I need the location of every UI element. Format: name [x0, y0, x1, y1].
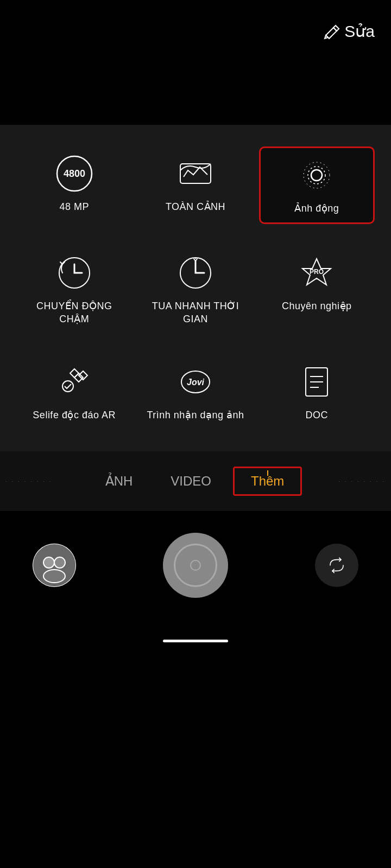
mode-ar-selfie[interactable]: Selife độc đáo AR [16, 355, 132, 429]
pro-icon: PRO [297, 253, 336, 292]
mode-label-ar-selfie: Selife độc đáo AR [33, 409, 116, 422]
shutter-button[interactable] [163, 533, 228, 598]
mode-timelapse[interactable]: TUA NHANH THỜI GIAN [137, 246, 253, 333]
svg-text:Jovi: Jovi [187, 378, 205, 387]
svg-point-19 [43, 570, 65, 583]
48mp-icon: 4800 [55, 154, 94, 193]
bottom-nav [0, 620, 391, 663]
top-bar: Sửa [0, 0, 391, 125]
mode-label-live-photo: Ảnh động [294, 202, 339, 215]
mode-label-face-recognition: Trình nhận dạng ảnh [147, 409, 244, 422]
svg-point-17 [43, 557, 54, 568]
mode-label-doc: DOC [306, 409, 329, 422]
gallery-thumbnail[interactable] [33, 544, 76, 587]
home-indicator[interactable] [163, 640, 228, 642]
svg-point-5 [304, 162, 330, 188]
slow-motion-icon [55, 253, 94, 292]
mode-pro[interactable]: PRO Chuyên nghiệp [259, 246, 375, 333]
mode-label-slow-motion: CHUYỂN ĐỘNG CHẬM [22, 300, 127, 326]
mode-tabs-bar: · · · · · · · · ẢNH VIDEO Thêm · · · · ·… [0, 451, 391, 511]
live-photo-icon [297, 156, 336, 195]
mode-label-panorama: TOÀN CẢNH [166, 201, 225, 213]
mode-label-timelapse: TUA NHANH THỜI GIAN [143, 300, 248, 326]
flip-camera-button[interactable] [315, 544, 358, 587]
svg-point-18 [54, 557, 65, 568]
mode-label-pro: Chuyên nghiệp [282, 300, 352, 312]
modes-grid: 4800 48 MP TOÀN CẢNH [11, 141, 380, 435]
mode-slow-motion[interactable]: CHUYỂN ĐỘNG CHẬM [16, 246, 132, 333]
shutter-inner-ring [174, 544, 217, 587]
svg-point-9 [62, 381, 73, 392]
mode-doc[interactable]: DOC [259, 355, 375, 429]
mode-live-photo[interactable]: Ảnh động [259, 146, 375, 224]
ar-selfie-icon [55, 362, 94, 401]
timelapse-icon [176, 253, 215, 292]
mode-48mp[interactable]: 4800 48 MP [16, 146, 132, 224]
edit-label: Sửa [344, 22, 375, 41]
gallery-image [33, 544, 76, 587]
camera-modes-panel: 4800 48 MP TOÀN CẢNH [0, 125, 391, 451]
mode-panorama[interactable]: TOÀN CẢNH [137, 146, 253, 224]
mode-face-recognition[interactable]: Jovi Trình nhận dạng ảnh [137, 355, 253, 429]
tab-anh[interactable]: ẢNH [89, 468, 149, 494]
svg-point-3 [311, 170, 322, 181]
svg-text:PRO: PRO [310, 268, 324, 276]
svg-text:4800: 4800 [64, 168, 85, 179]
shutter-center [190, 560, 201, 571]
panorama-icon [176, 154, 215, 193]
tab-them[interactable]: Thêm [233, 467, 302, 496]
doc-icon [297, 362, 336, 401]
tab-video[interactable]: VIDEO [154, 468, 228, 494]
face-recognition-icon: Jovi [176, 362, 215, 401]
edit-button[interactable]: Sửa [324, 22, 375, 41]
mode-label-48mp: 48 MP [59, 201, 89, 213]
shutter-area [0, 511, 391, 620]
